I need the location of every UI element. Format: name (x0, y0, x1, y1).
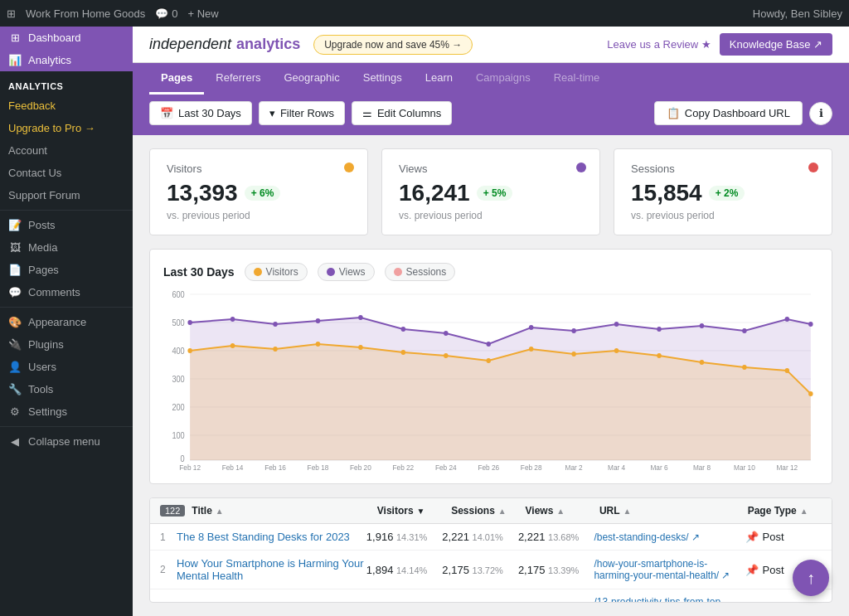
sidebar-item-analytics[interactable]: 📊 Analytics (0, 49, 133, 71)
sidebar-item-plugins[interactable]: 🔌 Plugins (0, 333, 133, 356)
sidebar-item-account[interactable]: Account (0, 139, 133, 162)
tab-realtime[interactable]: Real-time (542, 63, 612, 95)
cell-sessions-1: 2,221 14.01% (442, 531, 518, 543)
filter-rows-button[interactable]: ▾ Filter Rows (259, 101, 345, 125)
tab-settings[interactable]: Settings (352, 63, 414, 95)
col-visitors[interactable]: Visitors ▼ (377, 505, 451, 517)
url-sort-icon: ▲ (623, 507, 632, 516)
upgrade-badge-button[interactable]: Upgrade now and save 45% → (313, 35, 473, 55)
cell-url-3[interactable]: /13-productivity-tips-from-top-experts/ … (594, 596, 745, 603)
cell-title-2[interactable]: How Your Smartphone is Harming Your Ment… (177, 557, 366, 582)
sidebar-item-comments[interactable]: 💬 Comments (0, 281, 133, 303)
sidebar: ⊞ Dashboard 📊 Analytics Analytics Feedba… (0, 27, 133, 616)
users-icon: 👤 (8, 361, 22, 373)
visitors-value: 13,393 + 6% (167, 180, 351, 206)
tab-referrers[interactable]: Referrers (204, 63, 272, 95)
post-icon-3: 📌 (745, 602, 759, 604)
tab-pages[interactable]: Pages (149, 63, 204, 95)
leave-review-button[interactable]: Leave us a Review ★ (607, 38, 711, 51)
sessions-value: 15,854 + 2% (631, 180, 815, 206)
tab-geographic[interactable]: Geographic (273, 63, 352, 95)
sidebar-label-dashboard: Dashboard (28, 32, 81, 44)
legend-visitors[interactable]: Visitors (245, 263, 308, 281)
sidebar-item-contact[interactable]: Contact Us (0, 162, 133, 184)
row-num-3: 3 (160, 602, 177, 603)
new-link[interactable]: + New (187, 7, 218, 20)
logo-independent: independent (149, 36, 231, 53)
sidebar-label-analytics: Analytics (28, 54, 71, 66)
cell-title-1[interactable]: The 8 Best Standing Desks for 2023 (177, 531, 366, 543)
svg-text:Feb 26: Feb 26 (478, 463, 499, 470)
sidebar-item-collapse[interactable]: ◀ Collapse menu (0, 430, 133, 453)
col-pagetype[interactable]: Page Type ▲ (748, 505, 822, 517)
media-icon: 🖼 (8, 241, 22, 254)
svg-text:Mar 10: Mar 10 (734, 463, 755, 470)
legend-views-dot (327, 268, 335, 276)
knowledge-base-label: Knowledge Base ↗ (730, 38, 822, 51)
visitors-sort-icon: ▼ (417, 507, 425, 516)
col-views[interactable]: Views ▲ (526, 505, 599, 517)
tab-learn[interactable]: Learn (414, 63, 464, 95)
plugins-label: Plugins (28, 338, 64, 351)
sidebar-divider-1 (0, 210, 133, 211)
legend-views[interactable]: Views (318, 263, 375, 281)
plugin-logo: independent analytics (149, 36, 300, 53)
svg-text:Mar 4: Mar 4 (608, 463, 625, 470)
analytics-section-header: Analytics (0, 71, 133, 95)
sidebar-item-support[interactable]: Support Forum (0, 184, 133, 206)
svg-point-45 (808, 391, 813, 396)
sidebar-item-appearance[interactable]: 🎨 Appearance (0, 311, 133, 333)
upgrade-label: Upgrade to Pro → (8, 122, 95, 134)
table-header-row: 122 Title ▲ Visitors ▼ Sessions ▲ Views … (150, 498, 832, 524)
sidebar-item-media[interactable]: 🖼 Media (0, 236, 133, 259)
feedback-label: Feedback (8, 99, 56, 112)
last30days-button[interactable]: 📅 Last 30 Days (149, 101, 252, 125)
svg-point-44 (785, 368, 790, 373)
appearance-icon: 🎨 (8, 316, 22, 328)
table-row: 1 The 8 Best Standing Desks for 2023 1,9… (150, 524, 832, 551)
col-sessions-label: Sessions (451, 505, 495, 517)
upgrade-badge-label: Upgrade now and save 45% → (324, 39, 462, 51)
visitors-vs: vs. previous period (167, 210, 351, 221)
visitors-label: Visitors (167, 162, 351, 175)
legend-visitors-label: Visitors (266, 266, 298, 278)
svg-point-18 (358, 315, 363, 320)
svg-point-42 (700, 360, 705, 365)
fab-scroll-top[interactable]: ↑ (793, 560, 829, 596)
sidebar-item-users[interactable]: 👤 Users (0, 356, 133, 378)
cell-url-2[interactable]: /how-your-smartphone-is-harming-your-men… (594, 558, 745, 581)
site-name[interactable]: Work From Home Goods (26, 7, 145, 20)
tab-campaigns[interactable]: Campaigns (464, 63, 542, 95)
wp-logo[interactable]: ⊞ (7, 7, 16, 20)
copy-dashboard-url-button[interactable]: 📋 Copy Dashboard URL (654, 101, 803, 125)
col-sessions[interactable]: Sessions ▲ (451, 505, 525, 517)
sidebar-item-settings[interactable]: ⚙ Settings (0, 400, 133, 423)
sidebar-item-posts[interactable]: 📝 Posts (0, 214, 133, 236)
copy-dashboard-url-label: Copy Dashboard URL (685, 107, 790, 119)
collapse-label: Collapse menu (28, 435, 100, 448)
post-icon-2: 📌 (745, 564, 759, 576)
plugin-header: independent analytics Upgrade now and sa… (133, 27, 849, 63)
support-label: Support Forum (8, 189, 80, 201)
sidebar-divider-2 (0, 307, 133, 308)
cell-visitors-3: 627 4.68% (366, 602, 443, 604)
edit-columns-button[interactable]: ⚌ Edit Columns (352, 101, 452, 125)
comments-link[interactable]: 💬 0 (155, 7, 177, 20)
cell-url-1[interactable]: /best-standing-desks/ ↗ (594, 531, 745, 543)
sessions-sort-icon: ▲ (498, 507, 507, 516)
cell-sessions-2: 2,175 13.72% (442, 564, 518, 576)
sidebar-item-pages[interactable]: 📄 Pages (0, 259, 133, 281)
sidebar-item-feedback[interactable]: Feedback (0, 95, 133, 117)
legend-sessions[interactable]: Sessions (385, 263, 456, 281)
copy-icon: 📋 (667, 107, 680, 119)
legend-sessions-label: Sessions (406, 266, 447, 278)
sidebar-item-tools[interactable]: 🔧 Tools (0, 378, 133, 400)
sidebar-item-upgrade[interactable]: Upgrade to Pro → (0, 117, 133, 139)
col-title[interactable]: Title ▲ (192, 505, 376, 517)
col-url[interactable]: URL ▲ (599, 505, 748, 517)
cell-title-3[interactable]: 13 Productivity Tips from Top Experts (177, 602, 366, 604)
info-button[interactable]: ℹ (809, 102, 832, 125)
knowledge-base-button[interactable]: Knowledge Base ↗ (720, 33, 832, 56)
sidebar-item-dashboard[interactable]: ⊞ Dashboard (0, 27, 133, 49)
col-visitors-label: Visitors (377, 505, 414, 517)
